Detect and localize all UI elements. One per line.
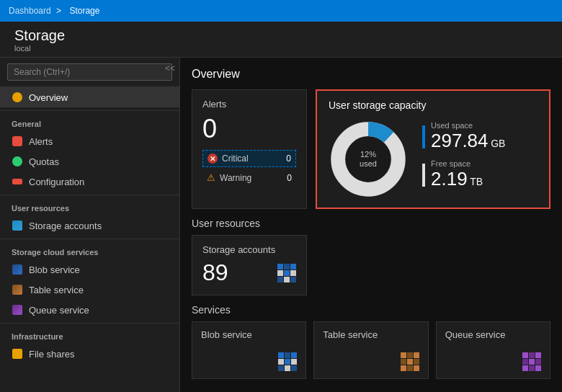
blob-icon-area bbox=[201, 352, 297, 371]
services-row: Blob service Table service bbox=[192, 321, 550, 379]
queue-icon bbox=[12, 304, 23, 316]
breadcrumb-current: Storage bbox=[69, 6, 99, 16]
warning-label: Warning bbox=[220, 173, 282, 183]
used-space-info: Used space 297.84 GB bbox=[431, 121, 505, 152]
sidebar-overview-label: Overview bbox=[29, 92, 68, 103]
warning-icon: ⚠ bbox=[207, 172, 215, 183]
donut-percent: 12% bbox=[360, 150, 377, 159]
sidebar-item-table-service[interactable]: Table service bbox=[0, 280, 179, 300]
donut-used-label: used bbox=[360, 159, 377, 169]
alerts-card-title: Alerts bbox=[202, 99, 296, 110]
sidebar-queue-label: Queue service bbox=[29, 305, 89, 316]
storage-accounts-card: Storage accounts 89 bbox=[192, 235, 307, 295]
user-resources-row: User resources Storage accounts 89 bbox=[192, 218, 550, 295]
alerts-card: Alerts 0 ✕ Critical 0 ⚠ Warning 0 bbox=[192, 89, 307, 209]
used-space-label: Used space bbox=[431, 121, 505, 130]
capacity-card: User storage capacity bbox=[316, 89, 550, 209]
capacity-stats: Used space 297.84 GB Free space 2.19 bbox=[422, 121, 538, 197]
storage-accounts-card-icon bbox=[277, 264, 296, 282]
sidebar-storage-cloud-section: Storage cloud services bbox=[0, 242, 179, 259]
sidebar-storage-accounts-label: Storage accounts bbox=[29, 220, 102, 231]
queue-service-card: Queue service bbox=[436, 321, 550, 379]
sidebar-general-section: General bbox=[0, 114, 179, 131]
warning-alert-row: ⚠ Warning 0 bbox=[202, 169, 296, 186]
storage-accounts-icon bbox=[12, 220, 23, 231]
services-title: Services bbox=[192, 304, 550, 316]
queue-card-icon bbox=[522, 352, 541, 371]
search-input[interactable] bbox=[7, 63, 172, 81]
storage-accounts-count: 89 bbox=[202, 259, 228, 286]
critical-icon: ✕ bbox=[208, 153, 218, 164]
user-resources-title: User resources bbox=[192, 218, 550, 229]
storage-accounts-card-title: Storage accounts bbox=[202, 244, 296, 255]
free-space-info: Free space 2.19 TB bbox=[431, 159, 483, 190]
donut-chart: 12% used bbox=[329, 120, 408, 199]
donut-center: 12% used bbox=[360, 150, 377, 169]
critical-alert-row: ✕ Critical 0 bbox=[202, 150, 296, 167]
table-service-card: Table service bbox=[313, 321, 428, 379]
blob-service-card: Blob service bbox=[192, 321, 306, 379]
sidebar-blob-label: Blob service bbox=[29, 264, 80, 275]
sidebar-item-file-shares[interactable]: File shares bbox=[0, 344, 179, 364]
free-space-stat: Free space 2.19 TB bbox=[422, 159, 538, 190]
breadcrumb-home[interactable]: Dashboard bbox=[9, 6, 51, 16]
sidebar-item-storage-accounts[interactable]: Storage accounts bbox=[0, 215, 179, 236]
critical-count: 0 bbox=[286, 153, 291, 164]
page-title: Storage bbox=[14, 27, 553, 44]
queue-service-title: Queue service bbox=[445, 329, 541, 340]
sidebar-alerts-label: Alerts bbox=[29, 136, 53, 147]
free-bar bbox=[422, 164, 425, 187]
blob-icon bbox=[12, 264, 23, 275]
topbar: Dashboard > Storage bbox=[0, 0, 562, 22]
queue-icon-area bbox=[445, 352, 541, 371]
sidebar-quotas-label: Quotas bbox=[29, 156, 59, 167]
alerts-total: 0 bbox=[202, 114, 296, 144]
free-space-unit: TB bbox=[470, 176, 483, 187]
overview-icon bbox=[12, 92, 23, 103]
fileshare-icon bbox=[12, 348, 23, 360]
table-service-title: Table service bbox=[323, 329, 419, 340]
table-icon bbox=[12, 284, 23, 295]
sidebar-item-configuration[interactable]: Configuration bbox=[0, 172, 179, 192]
storage-accounts-count-row: 89 bbox=[202, 259, 296, 286]
config-icon bbox=[12, 176, 23, 187]
table-card-icon bbox=[401, 352, 419, 371]
sidebar-item-queue-service[interactable]: Queue service bbox=[0, 300, 179, 320]
capacity-title: User storage capacity bbox=[329, 99, 538, 111]
page-header: Storage local bbox=[0, 22, 562, 58]
warning-count: 0 bbox=[287, 173, 292, 183]
sidebar: << Overview General Alerts Quotas Config… bbox=[0, 58, 180, 392]
sidebar-collapse-button[interactable]: << bbox=[165, 63, 175, 74]
breadcrumb-separator: > bbox=[56, 6, 61, 16]
table-icon-area bbox=[323, 352, 419, 371]
sidebar-config-label: Configuration bbox=[29, 177, 84, 187]
main-layout: << Overview General Alerts Quotas Config… bbox=[0, 58, 562, 392]
overview-row: Alerts 0 ✕ Critical 0 ⚠ Warning 0 User s… bbox=[192, 89, 550, 209]
sidebar-user-resources-section: User resources bbox=[0, 198, 179, 215]
quotas-icon bbox=[12, 156, 23, 167]
sidebar-item-alerts[interactable]: Alerts bbox=[0, 131, 179, 151]
blob-card-icon bbox=[278, 352, 297, 371]
used-space-stat: Used space 297.84 GB bbox=[422, 121, 538, 152]
sidebar-infrastructure-section: Infrastructure bbox=[0, 326, 179, 344]
content-area: Overview Alerts 0 ✕ Critical 0 ⚠ Warning… bbox=[180, 58, 562, 392]
free-space-value: 2.19 bbox=[431, 168, 468, 190]
sidebar-item-overview[interactable]: Overview bbox=[0, 87, 179, 107]
overview-title: Overview bbox=[192, 68, 550, 81]
page-subtitle: local bbox=[14, 44, 553, 53]
used-space-value: 297.84 bbox=[431, 130, 489, 151]
sidebar-item-blob-service[interactable]: Blob service bbox=[0, 259, 179, 280]
used-bar bbox=[422, 125, 425, 148]
breadcrumb: Dashboard > Storage bbox=[9, 6, 102, 16]
sidebar-fileshare-label: File shares bbox=[29, 349, 75, 360]
used-space-unit: GB bbox=[491, 138, 505, 149]
critical-label: Critical bbox=[222, 153, 282, 164]
blob-service-title: Blob service bbox=[201, 329, 297, 340]
sidebar-item-quotas[interactable]: Quotas bbox=[0, 151, 179, 172]
search-box bbox=[0, 58, 179, 87]
services-section: Services Blob service bbox=[192, 304, 550, 379]
alerts-icon bbox=[12, 135, 23, 147]
free-space-label: Free space bbox=[431, 159, 483, 168]
sidebar-table-label: Table service bbox=[29, 285, 84, 295]
